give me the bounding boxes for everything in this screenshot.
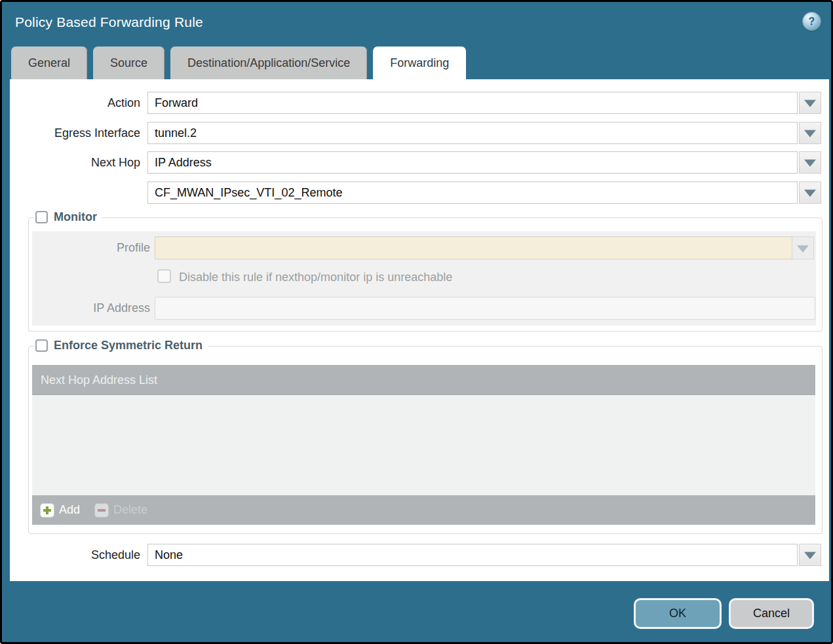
next-hop-type-dropdown-button[interactable] <box>799 151 821 174</box>
schedule-input[interactable] <box>147 544 798 566</box>
cancel-button[interactable]: Cancel <box>729 598 814 629</box>
delete-button-label: Delete <box>113 503 147 517</box>
disable-rule-label: Disable this rule if nexthop/monitor ip … <box>179 271 452 284</box>
delete-button: Delete <box>94 503 147 518</box>
chevron-down-icon <box>797 245 809 252</box>
plus-icon <box>40 503 54 518</box>
disable-rule-checkbox <box>157 269 171 283</box>
chevron-down-icon <box>804 100 816 107</box>
schedule-label: Schedule <box>10 544 140 566</box>
monitor-legend: Monitor <box>34 210 102 224</box>
add-button[interactable]: Add <box>40 503 80 518</box>
profile-input <box>155 237 792 259</box>
symmetric-return-legend: Enforce Symmetric Return <box>34 339 208 352</box>
monitor-section-label: Monitor <box>54 210 97 224</box>
egress-interface-dropdown-button[interactable] <box>799 122 821 144</box>
tab-forwarding[interactable]: Forwarding <box>373 47 466 79</box>
title-bar: Policy Based Forwarding Rule ? <box>2 2 831 44</box>
profile-label: Profile <box>32 237 150 259</box>
chevron-down-icon <box>804 552 816 559</box>
next-hop-address-list-header: Next Hop Address List <box>32 365 815 395</box>
add-button-label: Add <box>59 503 80 517</box>
monitor-ip-address-input <box>155 297 815 320</box>
dialog-title: Policy Based Forwarding Rule <box>15 14 203 30</box>
policy-forwarding-dialog: Policy Based Forwarding Rule ? General S… <box>0 0 833 644</box>
next-hop-label: Next Hop <box>10 151 140 174</box>
next-hop-address-dropdown-button[interactable] <box>799 181 821 204</box>
action-input[interactable] <box>147 92 798 114</box>
chevron-down-icon <box>804 160 816 167</box>
help-icon[interactable]: ? <box>803 12 821 30</box>
action-label: Action <box>10 92 140 114</box>
table-footer-toolbar: Add Delete <box>32 495 815 525</box>
symmetric-return-section-label: Enforce Symmetric Return <box>54 339 203 352</box>
tab-source[interactable]: Source <box>93 47 165 79</box>
action-dropdown-button[interactable] <box>799 92 821 114</box>
egress-interface-input[interactable] <box>147 122 798 144</box>
monitor-section: Monitor Profile Disable this rule if nex… <box>28 218 823 331</box>
schedule-dropdown-button[interactable] <box>799 544 821 566</box>
chevron-down-icon <box>804 190 816 197</box>
symmetric-return-section: Enforce Symmetric Return Next Hop Addres… <box>28 346 823 534</box>
egress-interface-label: Egress Interface <box>10 122 140 144</box>
next-hop-address-table: Next Hop Address List Add Delete <box>32 365 815 525</box>
monitor-content: Profile Disable this rule if nexthop/mon… <box>32 231 816 326</box>
next-hop-type-input[interactable] <box>147 151 798 174</box>
monitor-checkbox[interactable] <box>35 211 48 223</box>
ok-button[interactable]: OK <box>634 598 722 629</box>
minus-icon <box>94 503 109 518</box>
chevron-down-icon <box>804 130 816 138</box>
monitor-ip-address-label: IP Address <box>32 297 150 320</box>
symmetric-return-checkbox[interactable] <box>35 339 48 352</box>
forwarding-panel: Action Egress Interface Next Hop Monitor <box>10 79 829 581</box>
tab-destination-application-service[interactable]: Destination/Application/Service <box>170 47 367 79</box>
next-hop-address-list-body[interactable] <box>32 395 815 495</box>
next-hop-address-input[interactable] <box>147 181 798 204</box>
tab-general[interactable]: General <box>11 47 87 79</box>
profile-dropdown-button <box>792 237 814 259</box>
tab-strip: General Source Destination/Application/S… <box>11 47 466 79</box>
